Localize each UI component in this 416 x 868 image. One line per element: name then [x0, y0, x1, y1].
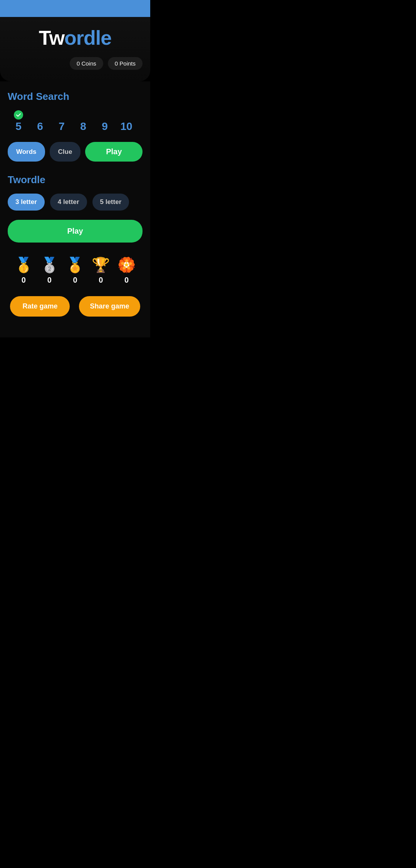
word-search-play-button[interactable]: Play: [85, 142, 143, 162]
trophy-icon: 🏆: [92, 256, 110, 273]
number-label-9: 9: [102, 120, 108, 133]
words-button[interactable]: Words: [8, 142, 45, 162]
app-title: Twordle: [39, 26, 112, 49]
check-icon: [16, 112, 21, 118]
clue-button[interactable]: Clue: [50, 142, 81, 162]
number-label-8: 8: [80, 120, 86, 133]
header-badges: 0 Coins 0 Points: [70, 57, 143, 70]
number-item-9[interactable]: 9: [96, 110, 114, 133]
letter-btn-3[interactable]: 3 letter: [8, 194, 45, 211]
silver-medal-icon: 🥈: [40, 256, 59, 273]
check-placeholder-8: [79, 110, 88, 120]
app-header: Twordle 0 Coins 0 Points: [0, 17, 150, 81]
letter-btn-4[interactable]: 4 letter: [50, 194, 87, 211]
number-label-7: 7: [59, 120, 65, 133]
rate-game-button[interactable]: Rate game: [10, 296, 70, 317]
status-bar: [0, 0, 150, 17]
number-label-6: 6: [37, 120, 43, 133]
stat-item-rosette: 🏵️ 0: [117, 256, 136, 285]
number-item-5[interactable]: 5: [9, 110, 28, 133]
stats-row: 🥇 0 🥈 0 🏅 0 🏆 0 🏵️ 0: [8, 256, 143, 285]
check-placeholder-9: [100, 110, 109, 120]
stat-trophy-value: 0: [99, 276, 103, 285]
check-placeholder-6: [35, 110, 45, 120]
stat-silver-value: 0: [47, 276, 52, 285]
check-badge: [14, 110, 23, 120]
number-item-6[interactable]: 6: [31, 110, 49, 133]
stat-bronze-value: 0: [73, 276, 77, 285]
bronze-medal-icon: 🏅: [66, 256, 84, 273]
coins-badge: 0 Coins: [70, 57, 103, 70]
share-game-button[interactable]: Share game: [79, 296, 140, 317]
stat-gold-value: 0: [22, 276, 26, 285]
stat-item-trophy: 🏆 0: [92, 256, 110, 285]
letter-btn-5[interactable]: 5 letter: [92, 194, 129, 211]
number-item-10[interactable]: 10: [117, 110, 136, 133]
title-ordle: ordle: [64, 27, 111, 49]
gold-medal-icon: 🥇: [15, 256, 33, 273]
stat-item-bronze: 🏅 0: [66, 256, 84, 285]
word-search-btn-row: Words Clue Play: [8, 142, 143, 162]
letter-selector: 3 letter 4 letter 5 letter: [8, 194, 143, 211]
number-label-10: 10: [120, 120, 132, 133]
stat-item-silver: 🥈 0: [40, 256, 59, 285]
twordle-play-button[interactable]: Play: [8, 220, 143, 243]
twordle-title: Twordle: [8, 174, 143, 186]
check-placeholder-7: [57, 110, 66, 120]
number-selector: 5 6 7 8 9 10: [8, 110, 143, 133]
check-placeholder-10: [122, 110, 131, 120]
action-buttons: Rate game Share game: [8, 296, 143, 328]
title-tw: Tw: [39, 27, 64, 49]
main-content: Word Search 5 6 7 8 9 10: [0, 81, 150, 337]
stat-rosette-value: 0: [124, 276, 129, 285]
word-search-title: Word Search: [8, 91, 143, 103]
number-item-8[interactable]: 8: [74, 110, 92, 133]
rosette-icon: 🏵️: [117, 256, 136, 273]
stat-item-gold: 🥇 0: [15, 256, 33, 285]
points-badge: 0 Points: [108, 57, 143, 70]
number-label-5: 5: [15, 120, 22, 133]
number-item-7[interactable]: 7: [52, 110, 71, 133]
